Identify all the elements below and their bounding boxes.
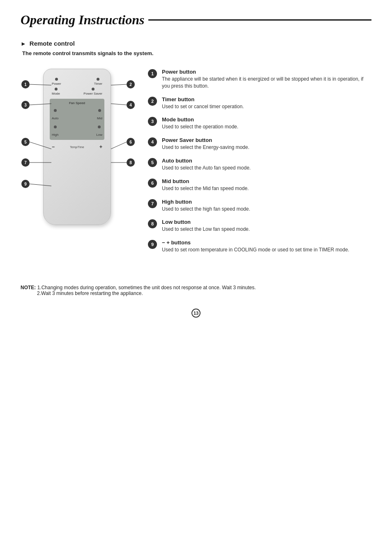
desc-text-3: Mode button Used to select the operation… [162,116,371,130]
desc-title-1: Power button [162,69,371,75]
powersaver-dot [92,88,95,91]
description-list: 1 Power button The appliance will be sta… [148,69,371,260]
auto-area: Auto [52,106,58,121]
desc-title-7: High button [162,199,371,205]
desc-text-2: Timer button Used to set or cancel timer… [162,96,371,110]
badge-4-right: 4 [127,101,135,109]
note-section: NOTE: 1.Changing modes during operation,… [21,285,371,296]
arrow-icon: ► [21,40,26,47]
desc-badge-2: 2 [148,97,157,106]
desc-title-9: − + buttons [162,239,371,246]
desc-text-8: Low button Used to select the Low fan sp… [162,219,371,233]
high-low-row: High Low [52,123,102,137]
remote-body: Power Timer Mode Power Saver [43,69,111,225]
svg-line-7 [111,142,127,149]
badge-5-left: 5 [21,138,30,146]
note-label: NOTE: [21,285,36,290]
mode-area: Mode [52,87,60,95]
desc-text-1: Power button The appliance will be start… [162,69,371,90]
remote-top-row: Power Timer [50,77,104,86]
high-area: High [52,123,58,137]
powersaver-label: Power Saver [83,92,102,95]
timer-label: Timer [94,82,102,86]
desc-badge-9: 9 [148,240,157,249]
plus-btn: + [99,144,102,150]
remote-second-row: Mode Power Saver [50,87,104,95]
mid-dot [98,109,101,112]
temp-time-label: Temp/Time [70,146,84,149]
powersaver-area: Power Saver [83,87,102,95]
desc-text-4: Power Saver button Used to select the En… [162,137,371,151]
power-label: Power [52,82,61,86]
badge-2-right: 2 [127,80,135,88]
desc-body-1: The appliance will be started when it is… [162,76,371,90]
desc-text-5: Auto button Used to select the Auto fan … [162,158,371,172]
section-header: ► Remote control [21,40,371,47]
high-dot [54,125,57,128]
desc-badge-6: 6 [148,179,157,188]
desc-body-3: Used to select the operation mode. [162,123,371,130]
badge-6-right: 6 [127,138,135,146]
desc-body-5: Used to select the Auto fan speed mode. [162,165,371,172]
desc-item-7: 7 High button Used to select the high fa… [148,199,371,213]
desc-badge-5: 5 [148,158,157,167]
mode-dot [55,88,58,91]
desc-item-5: 5 Auto button Used to select the Auto fa… [148,158,371,172]
note-line-1: 1.Changing modes during operation, somet… [37,285,256,290]
minus-btn: − [52,144,55,150]
desc-item-2: 2 Timer button Used to set or cancel tim… [148,96,371,110]
desc-item-8: 8 Low button Used to select the Low fan … [148,219,371,233]
timer-dot [97,78,99,81]
desc-body-6: Used to select the Mid fan speed mode. [162,185,371,192]
desc-body-2: Used to set or cancel timer operation. [162,103,371,110]
desc-item-6: 6 Mid button Used to select the Mid fan … [148,178,371,192]
badge-3-left: 3 [21,101,30,109]
desc-title-2: Timer button [162,96,371,102]
desc-item-1: 1 Power button The appliance will be sta… [148,69,371,90]
desc-text-7: High button Used to select the high fan … [162,199,371,213]
section-title: Remote control [30,40,75,47]
svg-line-5 [111,84,127,85]
timer-area: Timer [94,77,102,86]
desc-body-4: Used to select the Energy-saving mode. [162,144,371,151]
power-area: Power [52,77,61,86]
desc-badge-3: 3 [148,117,157,126]
desc-body-9: Used to set room temperature in COOLING … [162,246,371,253]
desc-item-4: 4 Power Saver button Used to select the … [148,137,371,151]
svg-line-6 [111,104,127,105]
desc-item-3: 3 Mode button Used to select the operati… [148,116,371,130]
note-indent [21,290,36,296]
desc-badge-4: 4 [148,137,157,146]
desc-badge-8: 8 [148,219,157,228]
desc-title-4: Power Saver button [162,137,371,143]
auto-label: Auto [52,116,58,120]
page-number-area: 13 [21,309,371,318]
high-label: High [52,133,58,137]
desc-body-7: Used to select the high fan speed mode. [162,206,371,213]
page-title: Operating Instructions [21,12,144,28]
low-dot [98,125,101,128]
temp-time-row: − Temp/Time + [50,142,104,151]
remote-diagram: 1 3 5 7 9 2 4 6 8 [21,69,136,250]
page-circle: 13 [191,309,201,318]
desc-text-6: Mid button Used to select the Mid fan sp… [162,178,371,192]
badge-1-left: 1 [21,80,30,88]
mid-area: Mid [97,106,102,121]
low-area: Low [96,123,102,137]
mode-label: Mode [52,92,60,95]
title-divider [148,19,371,21]
badge-8-right: 8 [127,158,135,167]
power-dot [55,78,58,81]
mid-label: Mid [97,116,102,120]
page-title-block: Operating Instructions [21,12,371,28]
auto-dot [54,109,57,112]
section-subtitle: The remote control transmits signals to … [22,50,371,56]
desc-badge-1: 1 [148,69,157,78]
note-line-2: 2.Wait 3 minutes before restarting the a… [37,290,143,296]
desc-badge-7: 7 [148,199,157,208]
desc-title-5: Auto button [162,158,371,164]
desc-title-6: Mid button [162,178,371,184]
main-content: 1 3 5 7 9 2 4 6 8 [21,69,371,260]
desc-title-8: Low button [162,219,371,225]
desc-body-8: Used to select the Low fan speed mode. [162,226,371,233]
